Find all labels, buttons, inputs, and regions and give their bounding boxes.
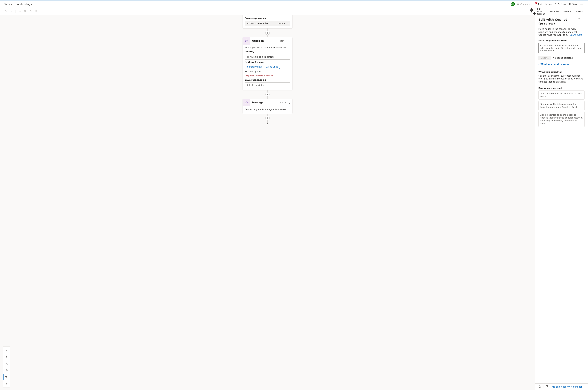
test-bot-button[interactable]: Test bot	[554, 2, 567, 6]
node-question-2[interactable]: Question Text ⋮ Would you like to pay in…	[243, 37, 293, 90]
user-avatar[interactable]: MA	[511, 2, 515, 6]
topic-checker-icon	[534, 2, 537, 6]
panel-feedback-footer: This isn't what I'm looking for	[535, 384, 588, 390]
svg-rect-12	[247, 56, 248, 57]
svg-rect-0	[517, 3, 519, 4]
what-you-need-expander[interactable]: › What you need to know	[539, 63, 585, 65]
topic-chevron-icon[interactable]	[34, 3, 36, 6]
variable-picker-customer-number[interactable]: CustomerNumber number ›	[245, 21, 290, 26]
thumbs-up-button[interactable]	[539, 385, 541, 389]
details-button[interactable]: Details	[575, 10, 584, 13]
undo-menu-button[interactable]	[10, 10, 12, 13]
example-suggestion-2[interactable]: Summarize the information gathered from …	[539, 101, 585, 110]
identify-picker[interactable]: Multiple choice options ›	[245, 54, 290, 59]
select-tool-button[interactable]	[3, 374, 10, 380]
main-area: Save response as CustomerNumber number ›…	[0, 15, 588, 390]
svg-rect-13	[247, 57, 247, 57]
comment-icon	[517, 3, 519, 5]
node-type-selector[interactable]: Text	[280, 40, 287, 42]
undo-button[interactable]	[4, 10, 7, 13]
panel-title: Edit with Copilot (preview)	[539, 18, 567, 25]
copilot-prompt-input[interactable]	[539, 43, 585, 53]
thumbs-down-button[interactable]	[545, 385, 548, 389]
undo-icon	[4, 10, 7, 12]
edit-toolbar: Edit with Copilot Variables Analytics De…	[0, 8, 588, 15]
analytics-button[interactable]: Analytics	[562, 10, 573, 13]
node-menu-button[interactable]: ⋮	[287, 40, 292, 43]
no-zoom-icon	[5, 369, 8, 372]
copy-icon	[24, 10, 27, 12]
zoom-in-button[interactable]	[3, 347, 10, 353]
add-node-button[interactable]: +	[265, 116, 270, 120]
topic-checker-label: Topic checker	[538, 3, 552, 5]
message-node-icon	[243, 99, 250, 106]
save-button[interactable]: Save	[568, 2, 578, 6]
trash-icon	[35, 10, 38, 12]
target-icon	[5, 355, 8, 358]
copy-button[interactable]	[24, 10, 27, 13]
svg-point-3	[19, 11, 19, 12]
example-suggestion-1[interactable]: Add a question to ask the user for their…	[539, 91, 585, 100]
sparkle-icon	[527, 7, 536, 16]
edit-copilot-label: Edit with Copilot	[537, 8, 546, 15]
hand-icon	[5, 382, 8, 385]
add-node-button[interactable]: +	[265, 31, 270, 35]
more-menu-button[interactable]: ···	[580, 2, 584, 6]
chevron-right-icon: ›	[539, 63, 539, 65]
add-node-button[interactable]: +	[265, 92, 270, 97]
node-message[interactable]: Message Text ⋮ Connecting you to an agen…	[243, 99, 293, 114]
delete-button[interactable]	[35, 10, 38, 13]
chevron-right-icon: ›	[288, 84, 289, 86]
new-option-button[interactable]: New option	[245, 70, 290, 73]
breadcrumb-sep-icon: ›	[13, 3, 14, 6]
topic-checker-button[interactable]: Topic checker	[534, 2, 553, 6]
chevron-down-icon	[10, 10, 12, 12]
option-chip-all-at-once[interactable]: All at Once	[265, 65, 280, 69]
copilot-panel: Edit with Copilot (preview) Move nodes i…	[535, 15, 588, 390]
cursor-sparkle-icon	[5, 376, 8, 378]
comments-button[interactable]: Comments	[516, 2, 532, 6]
entity-icon	[246, 56, 249, 58]
svg-rect-11	[247, 56, 247, 57]
svg-point-17	[6, 356, 7, 357]
fit-to-screen-button[interactable]	[3, 353, 10, 360]
update-button[interactable]: Update	[539, 55, 551, 60]
update-status-note: No nodes selected	[553, 57, 573, 59]
breadcrumb-current: outstandings	[16, 3, 32, 6]
asked-for-text: " ask for user name, customer number off…	[539, 74, 585, 84]
learn-more-link[interactable]: Learn more	[570, 34, 582, 36]
help-button[interactable]	[578, 18, 580, 21]
variables-button[interactable]: Variables	[548, 10, 559, 13]
zoom-out-icon	[5, 362, 8, 365]
canvas[interactable]: Save response as CustomerNumber number ›…	[0, 15, 535, 390]
panel-lead-text: Move nodes in the canvas. To make additi…	[539, 28, 585, 37]
svg-point-1	[535, 3, 537, 5]
options-label: Options for user	[245, 61, 290, 63]
svg-rect-2	[569, 3, 571, 5]
option-chip-instalments[interactable]: In Instalments	[245, 65, 263, 69]
example-suggestion-3[interactable]: Add a question to ask the user to choose…	[539, 112, 585, 127]
variable-icon	[246, 22, 249, 25]
test-bot-label: Test bot	[558, 3, 566, 5]
close-panel-button[interactable]	[582, 18, 585, 21]
zoom-out-button[interactable]	[3, 360, 10, 367]
pan-tool-button[interactable]	[3, 380, 10, 387]
variable-picker-empty[interactable]: Select a variable ›	[245, 82, 290, 88]
node-menu-button[interactable]: ⋮	[287, 101, 292, 104]
breadcrumb-root[interactable]: Topics	[4, 3, 12, 6]
chevron-down-icon	[285, 102, 287, 103]
not-looking-for-link[interactable]: This isn't what I'm looking for	[550, 386, 582, 388]
node-type-selector[interactable]: Text	[280, 101, 287, 104]
prompt-label: What do you want to do?	[539, 39, 585, 42]
cut-button[interactable]	[18, 10, 21, 13]
question-node-icon	[243, 37, 250, 45]
question-text: Would you like to pay in instalments or …	[245, 47, 290, 49]
plus-icon	[245, 70, 247, 73]
reset-zoom-button[interactable]	[3, 367, 10, 374]
asked-for-label: What you asked for	[539, 71, 585, 73]
node-question-1-partial[interactable]: Save response as CustomerNumber number ›	[243, 15, 293, 29]
connector: +	[265, 90, 270, 99]
paste-button[interactable]	[29, 10, 32, 13]
chevron-right-icon: ›	[288, 55, 289, 58]
edit-with-copilot-button[interactable]: Edit with Copilot	[527, 7, 546, 16]
